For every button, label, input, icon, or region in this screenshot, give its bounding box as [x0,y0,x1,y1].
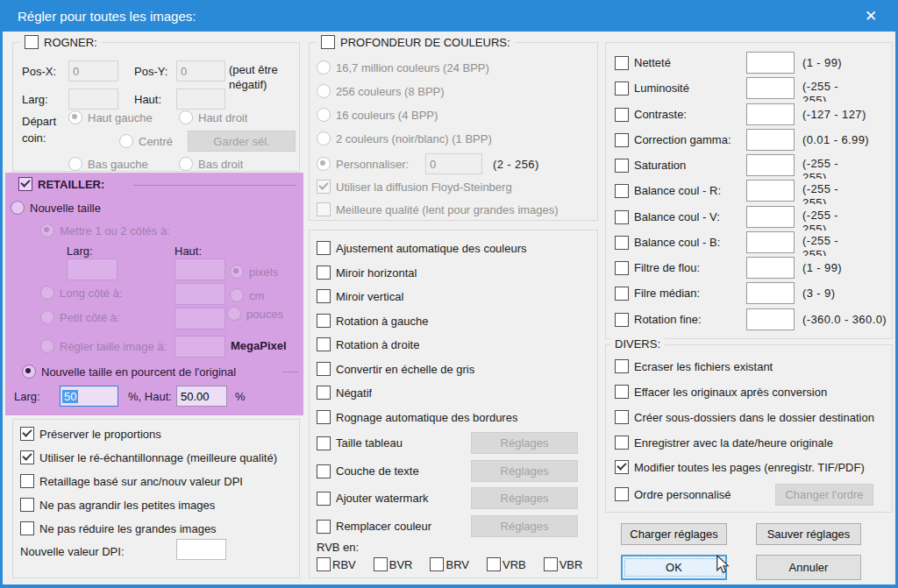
unit-inches-radio[interactable] [227,307,241,321]
color-depth-checkbox[interactable] [321,35,335,49]
brightness-checkbox[interactable] [615,81,629,96]
negative-checkbox[interactable] [317,386,331,400]
replace-color-settings-button[interactable]: Réglages [471,515,578,537]
crop-width-input[interactable] [68,89,118,110]
corner-bottom-right-radio[interactable] [179,157,193,171]
median-filter-checkbox[interactable] [615,287,629,301]
long-side-input[interactable] [175,283,225,305]
ok-button[interactable]: OK [621,555,727,580]
rvb-rbv-checkbox[interactable] [317,557,331,571]
brightness-input[interactable] [746,77,795,99]
unit-cm-radio[interactable] [230,288,244,302]
short-side-input[interactable] [175,308,225,329]
blur-filter-input[interactable] [746,257,795,279]
balance-blue-input[interactable] [746,231,795,253]
balance-red-input[interactable] [746,180,795,202]
crop-height-input[interactable] [176,89,225,110]
depth-8bpp-radio[interactable] [317,84,331,98]
corner-center-radio[interactable] [119,134,133,148]
crop-checkbox[interactable] [25,35,39,49]
depth-custom-label: Personnaliser: [336,158,420,171]
watermark-checkbox[interactable] [317,492,331,506]
resize-checkbox[interactable] [18,177,32,191]
auto-color-checkbox[interactable] [317,241,331,255]
saturation-input[interactable] [746,154,795,176]
fine-rotation-checkbox[interactable] [615,313,629,327]
corner-top-right-radio[interactable] [179,110,193,124]
watermark-settings-button[interactable]: Réglages [471,487,578,509]
rotate-right-checkbox[interactable] [317,337,331,351]
contrast-checkbox[interactable] [615,108,629,122]
depth-24bpp-radio[interactable] [317,60,331,74]
balance-green-checkbox[interactable] [615,210,629,224]
best-quality-checkbox[interactable] [317,202,331,216]
all-pages-checkbox[interactable] [615,460,629,474]
contrast-input[interactable] [746,103,795,125]
gamma-input[interactable] [746,129,795,151]
megapixel-input[interactable] [175,336,225,358]
mirror-vertical-checkbox[interactable] [317,289,331,303]
create-subfolders-checkbox[interactable] [615,410,629,424]
text-layer-checkbox[interactable] [317,464,331,478]
corner-top-left-radio[interactable] [68,110,82,124]
rvb-vrb-checkbox[interactable] [487,557,501,571]
keep-datetime-checkbox[interactable] [615,436,629,450]
corner-bottom-left-radio[interactable] [68,157,82,171]
blur-filter-checkbox[interactable] [615,261,629,275]
resize-height-label: Haut: [175,244,202,258]
close-icon[interactable]: ✕ [852,0,889,32]
percent-size-radio[interactable] [22,365,36,379]
overwrite-files-checkbox[interactable] [615,359,629,373]
balance-red-checkbox[interactable] [615,184,629,198]
balance-blue-checkbox[interactable] [615,236,629,250]
rvb-bvr-checkbox[interactable] [374,557,388,571]
cancel-button[interactable]: Annuler [756,555,861,580]
mirror-horizontal-checkbox[interactable] [317,266,331,280]
replace-color-checkbox[interactable] [317,520,331,534]
text-layer-settings-button[interactable]: Réglages [471,460,578,482]
depth-4bpp-radio[interactable] [317,108,331,122]
gamma-checkbox[interactable] [615,133,629,147]
save-settings-button[interactable]: Sauver réglages [756,523,861,545]
depth-custom-radio[interactable] [317,157,331,171]
saturation-checkbox[interactable] [615,159,629,173]
canvas-size-checkbox[interactable] [317,436,331,450]
unit-pixels-radio[interactable] [230,265,244,279]
custom-order-checkbox[interactable] [615,487,629,501]
canvas-size-settings-button[interactable]: Réglages [471,432,578,454]
preserve-proportions-checkbox[interactable] [20,427,34,441]
fine-rotation-input[interactable] [746,308,795,330]
keep-selection-button[interactable]: Garder sél. [188,131,296,152]
pos-y-input[interactable] [176,60,225,81]
grayscale-checkbox[interactable] [317,362,331,376]
floyd-steinberg-checkbox[interactable] [317,180,331,194]
long-side-radio[interactable] [40,286,54,300]
balance-green-input[interactable] [746,206,795,228]
percent-height-input[interactable]: 50.00 [176,386,227,407]
depth-custom-input[interactable] [425,153,482,174]
change-order-button[interactable]: Changer l'ordre [775,484,873,506]
auto-crop-borders-checkbox[interactable] [317,410,331,424]
rvb-vbr-checkbox[interactable] [544,557,558,571]
set-sides-radio[interactable] [40,223,54,237]
delete-originals-checkbox[interactable] [615,385,629,399]
no-shrink-checkbox[interactable] [20,521,34,535]
sharpness-input[interactable] [746,52,795,74]
percent-width-input[interactable]: 50 [60,386,118,407]
pos-x-input[interactable] [68,60,118,81]
sharpness-checkbox[interactable] [615,56,629,70]
resize-height-input[interactable] [175,259,225,280]
resize-width-input[interactable] [67,259,118,280]
new-size-radio[interactable] [11,201,25,215]
median-filter-input[interactable] [746,282,795,304]
new-dpi-input[interactable] [176,539,226,560]
use-resample-checkbox[interactable] [20,450,34,464]
resize-dpi-checkbox[interactable] [20,474,34,488]
depth-1bpp-radio[interactable] [317,131,331,145]
set-megapixel-radio[interactable] [40,339,54,353]
rvb-brv-checkbox[interactable] [430,557,444,571]
rotate-left-checkbox[interactable] [317,314,331,328]
short-side-radio[interactable] [40,310,54,324]
load-settings-button[interactable]: Charger réglages [621,523,727,545]
no-enlarge-checkbox[interactable] [20,498,34,512]
